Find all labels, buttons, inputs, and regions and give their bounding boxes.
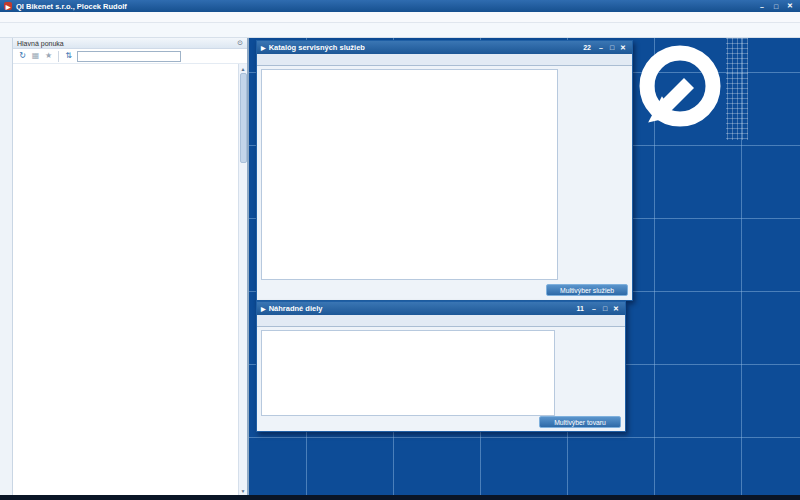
tree-refresh-icon[interactable]: ↻ <box>17 51 28 62</box>
main-menu-panel: Hlavná ponuka ⊙ ↻ ▦ ★ ⇅ ▲ ▼ <box>13 38 249 495</box>
panel-title: Hlavná ponuka <box>17 40 64 47</box>
application-window: ▶ QI Bikenet s.r.o., Plocek Rudolf – □ ✕… <box>0 0 800 500</box>
window-katalog-servisnych-sluzieb: ▶ Katalóg servisných služieb 22 – □ ✕ Mu… <box>256 40 633 301</box>
panel-tools: ↻ ▦ ★ ⇅ <box>13 49 247 64</box>
window1-minimize-button[interactable]: – <box>596 43 606 52</box>
toolbar <box>0 23 800 38</box>
window1-tabs <box>257 54 632 66</box>
multivyber-sluzieb-button[interactable]: Multivýber služieb <box>546 284 628 296</box>
desktop: ▶ Katalóg servisných služieb 22 – □ ✕ Mu… <box>249 38 800 495</box>
tree-scrollbar[interactable]: ▲ ▼ <box>238 64 247 495</box>
scroll-up-icon[interactable]: ▲ <box>239 64 248 73</box>
sidebar-tabstrip <box>0 38 13 495</box>
window2-minimize-button[interactable]: – <box>589 304 599 313</box>
favorite-star-icon[interactable]: ★ <box>43 51 54 62</box>
window-nahradne-diely: ▶ Náhradné diely 11 – □ ✕ Multivýber tov… <box>256 301 626 432</box>
menu-search-input[interactable] <box>77 51 181 62</box>
window2-titlebar[interactable]: ▶ Náhradné diely 11 – □ ✕ <box>257 302 625 315</box>
panel-header: Hlavná ponuka ⊙ <box>13 38 247 49</box>
main-menu-tree <box>13 64 238 495</box>
window2-close-button[interactable]: ✕ <box>611 304 621 313</box>
scroll-thumb[interactable] <box>240 73 247 163</box>
app-title: QI Bikenet s.r.o., Plocek Rudolf <box>16 2 127 11</box>
screen-edge <box>0 495 800 500</box>
app-titlebar: ▶ QI Bikenet s.r.o., Plocek Rudolf – □ ✕ <box>0 0 800 12</box>
close-button[interactable]: ✕ <box>784 2 796 11</box>
spare-parts-table <box>261 330 555 416</box>
window2-title: Náhradné diely <box>269 304 323 313</box>
minimize-button[interactable]: – <box>756 2 768 11</box>
window2-tabs <box>257 315 625 327</box>
window1-number: 22 <box>583 44 591 51</box>
window1-close-button[interactable]: ✕ <box>618 43 628 52</box>
window2-maximize-button[interactable]: □ <box>600 304 610 313</box>
tree-grid-icon[interactable]: ▦ <box>30 51 41 62</box>
scroll-down-icon[interactable]: ▼ <box>239 486 248 495</box>
pin-icon[interactable]: ⊙ <box>237 39 243 47</box>
app-icon: ▶ <box>4 2 12 10</box>
menubar <box>0 12 800 23</box>
window2-number: 11 <box>577 305 584 312</box>
tree-sort-icon[interactable]: ⇅ <box>63 51 74 62</box>
window1-icon: ▶ <box>261 44 266 51</box>
multivyber-tovaru-button[interactable]: Multivýber tovaru <box>539 416 621 428</box>
window1-maximize-button[interactable]: □ <box>607 43 617 52</box>
window1-titlebar[interactable]: ▶ Katalóg servisných služieb 22 – □ ✕ <box>257 41 632 54</box>
services-table <box>261 69 558 280</box>
qi-logo <box>622 38 800 140</box>
window1-title: Katalóg servisných služieb <box>269 43 365 52</box>
maximize-button[interactable]: □ <box>770 2 782 11</box>
window2-icon: ▶ <box>261 305 266 312</box>
